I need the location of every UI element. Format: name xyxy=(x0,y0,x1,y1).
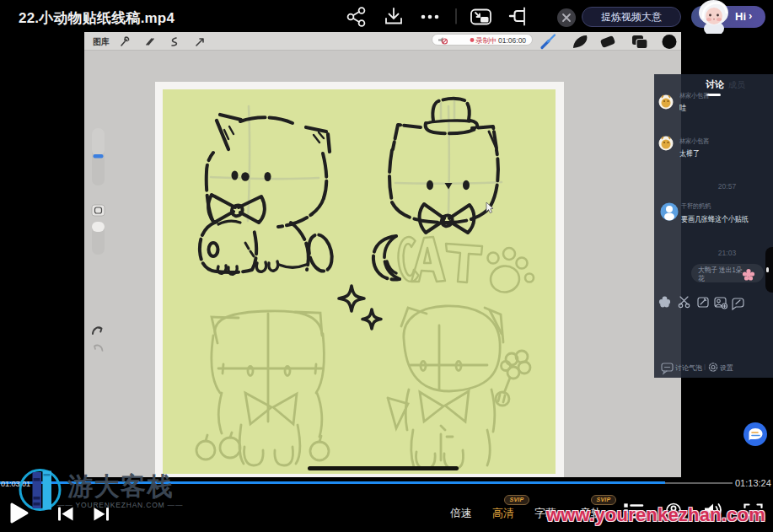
svg-text:图库: 图库 xyxy=(93,37,110,46)
svg-text:录制中: 录制中 xyxy=(475,36,497,45)
svg-text:01:06:00: 01:06:00 xyxy=(498,36,526,45)
